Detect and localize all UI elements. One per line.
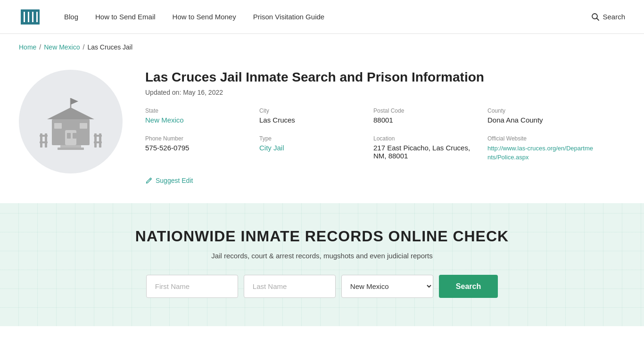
phone-value: 575-526-0795	[145, 144, 252, 152]
breadcrumb-current: Las Cruces Jail	[87, 43, 132, 51]
svg-rect-16	[54, 123, 62, 129]
prison-info: Las Cruces Jail Inmate Search and Prison…	[145, 70, 594, 184]
city-cell: City Las Cruces	[259, 107, 366, 124]
nationwide-search-section: NATIONWIDE INMATE RECORDS ONLINE CHECK J…	[0, 203, 644, 326]
county-label: County	[487, 107, 594, 114]
location-label: Location	[373, 135, 480, 142]
type-cell: Type City Jail	[259, 135, 366, 162]
svg-marker-10	[71, 98, 78, 105]
search-section-subtitle: Jail records, court & arrest records, mu…	[19, 252, 625, 260]
svg-rect-22	[40, 135, 48, 137]
postal-code-cell: Postal Code 88001	[373, 107, 480, 124]
postal-code-value: 88001	[373, 116, 480, 124]
phone-cell: Phone Number 575-526-0795	[145, 135, 252, 162]
pencil-icon	[145, 177, 153, 184]
suggest-edit-label: Suggest Edit	[156, 177, 193, 184]
prison-building-icon	[33, 84, 108, 159]
search-section-title: NATIONWIDE INMATE RECORDS ONLINE CHECK	[19, 228, 625, 245]
svg-rect-5	[21, 9, 40, 12]
county-value: Dona Ana County	[487, 116, 594, 124]
last-name-input[interactable]	[244, 275, 336, 298]
website-label: Official Website	[487, 135, 594, 142]
svg-rect-6	[21, 22, 40, 25]
svg-rect-26	[94, 135, 102, 137]
suggest-edit-link[interactable]: Suggest Edit	[145, 177, 594, 184]
website-cell: Official Website http://www.las-cruces.o…	[487, 135, 594, 162]
prison-image	[19, 70, 123, 173]
svg-rect-27	[94, 141, 102, 143]
main-content: Las Cruces Jail Inmate Search and Prison…	[0, 60, 613, 203]
nav-prison-visitation-guide[interactable]: Prison Visitation Guide	[253, 13, 324, 21]
search-button[interactable]: Search	[439, 275, 498, 298]
site-logo[interactable]	[19, 6, 41, 28]
breadcrumb-separator-2: /	[83, 43, 85, 51]
breadcrumb: Home / New Mexico / Las Cruces Jail	[0, 34, 644, 60]
svg-rect-14	[67, 133, 71, 139]
phone-label: Phone Number	[145, 135, 252, 142]
type-label: Type	[259, 135, 366, 142]
prison-title: Las Cruces Jail Inmate Search and Prison…	[145, 70, 594, 85]
inmate-search-form: AlabamaAlaskaArizonaArkansasCaliforniaCo…	[19, 275, 625, 298]
svg-line-28	[150, 179, 151, 180]
svg-rect-19	[58, 148, 84, 150]
city-value: Las Cruces	[259, 116, 366, 124]
location-cell: Location 217 East Picacho, Las Cruces, N…	[373, 135, 480, 162]
website-value[interactable]: http://www.las-cruces.org/en/Departments…	[487, 145, 593, 161]
first-name-input[interactable]	[146, 275, 238, 298]
state-value[interactable]: New Mexico	[145, 116, 184, 124]
state-select[interactable]: AlabamaAlaskaArizonaArkansasCaliforniaCo…	[341, 275, 433, 298]
type-value[interactable]: City Jail	[259, 144, 284, 152]
nav-how-to-send-email[interactable]: How to Send Email	[95, 13, 156, 21]
breadcrumb-separator-1: /	[39, 43, 41, 51]
site-header: Blog How to Send Email How to Send Money…	[0, 0, 644, 34]
breadcrumb-state[interactable]: New Mexico	[44, 43, 80, 51]
svg-marker-12	[47, 107, 94, 119]
nav-blog[interactable]: Blog	[64, 13, 78, 21]
main-nav: Blog How to Send Email How to Send Money…	[64, 13, 576, 21]
svg-rect-15	[73, 133, 76, 139]
postal-code-label: Postal Code	[373, 107, 480, 114]
state-label: State	[145, 107, 252, 114]
nav-how-to-send-money[interactable]: How to Send Money	[173, 13, 236, 21]
prison-details-grid: State New Mexico City Las Cruces Postal …	[145, 107, 594, 162]
svg-rect-18	[60, 145, 81, 148]
svg-line-8	[597, 18, 599, 20]
breadcrumb-home[interactable]: Home	[19, 43, 36, 51]
state-cell: State New Mexico	[145, 107, 252, 124]
location-value: 217 East Picacho, Las Cruces, NM, 88001	[373, 144, 480, 160]
county-cell: County Dona Ana County	[487, 107, 594, 124]
svg-rect-23	[40, 141, 48, 143]
svg-rect-17	[80, 123, 87, 129]
city-label: City	[259, 107, 366, 114]
search-label: Search	[603, 13, 625, 21]
header-search[interactable]: Search	[591, 13, 625, 21]
updated-date: Updated on: May 16, 2022	[145, 89, 594, 96]
search-icon	[591, 13, 600, 21]
